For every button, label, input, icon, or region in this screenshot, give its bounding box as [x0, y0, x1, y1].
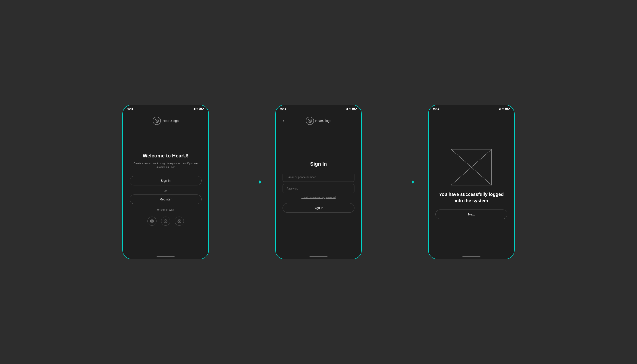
welcome-title: Welcome to HearU! — [143, 153, 188, 159]
logo-area-2: HearU logo — [306, 117, 332, 125]
screens-container: 9:41 ⊛ — [122, 105, 514, 259]
next-button[interactable]: Next — [436, 210, 507, 219]
email-input[interactable] — [282, 173, 354, 182]
or-text-1: or — [164, 190, 167, 193]
status-icons-1: ⊛ — [193, 108, 204, 110]
battery-icon-3 — [505, 108, 510, 110]
register-button[interactable]: Register — [130, 194, 202, 204]
arrow-1 — [222, 180, 262, 184]
signal-icon-2 — [346, 108, 348, 110]
status-time-1: 9:41 — [128, 107, 133, 110]
home-bar-2 — [310, 256, 328, 256]
logo-text-1: HearU logo — [163, 119, 179, 122]
screen1-content: HearU logo Welcome to HearU! Create a ne… — [123, 112, 208, 254]
arrow-2 — [376, 180, 414, 184]
success-message: You have successfully logged into the sy… — [436, 191, 507, 204]
signin-nav-header: ‹ HearU logo — [282, 117, 354, 125]
wifi-icon-3: ⊛ — [502, 108, 504, 110]
arrow-right-icon-2 — [376, 180, 414, 184]
social-icon-2[interactable] — [161, 216, 170, 226]
logo-area-1: HearU logo — [153, 117, 179, 125]
phone-frame-welcome: 9:41 ⊛ — [122, 105, 209, 259]
social-label: or sign in with — [157, 208, 174, 211]
social-icons-row — [148, 216, 184, 226]
battery-icon-1 — [199, 108, 204, 110]
signin-button-2[interactable]: Sign In — [282, 203, 354, 213]
social-icon-3[interactable] — [175, 216, 184, 226]
success-image-placeholder — [451, 149, 492, 186]
password-input[interactable] — [282, 184, 354, 193]
back-button[interactable]: ‹ — [282, 118, 284, 123]
signin-title: Sign In — [310, 161, 327, 167]
wifi-icon-2: ⊛ — [349, 108, 351, 110]
status-icons-2: ⊛ — [346, 108, 357, 110]
hearu-logo-icon-2 — [306, 117, 314, 125]
status-bar-3: 9:41 ⊛ — [428, 105, 514, 112]
phone-frame-signin: 9:41 ⊛ ‹ — [275, 105, 362, 259]
signal-icon-3 — [499, 108, 501, 110]
forgot-password-link[interactable]: I can't remember my password — [302, 196, 336, 198]
screen2-content: ‹ HearU logo Sign In I can' — [276, 112, 361, 254]
status-time-2: 9:41 — [280, 107, 286, 110]
logo-text-2: HearU logo — [315, 119, 332, 122]
status-bar-2: 9:41 ⊛ — [276, 105, 361, 112]
signin-button-1[interactable]: Sign In — [130, 176, 202, 186]
status-icons-3: ⊛ — [499, 108, 510, 110]
wifi-icon-1: ⊛ — [196, 108, 198, 110]
screen3-content: You have successfully logged into the sy… — [428, 112, 514, 254]
welcome-subtitle: Create a new account or sign in to your … — [130, 162, 202, 169]
status-time-3: 9:41 — [433, 107, 439, 110]
arrow-right-icon-1 — [222, 180, 262, 184]
home-bar-1 — [156, 256, 175, 256]
phone-frame-success: 9:41 ⊛ You have successfully logged into… — [428, 105, 514, 259]
signal-icon-1 — [193, 108, 196, 110]
status-bar-1: 9:41 ⊛ — [123, 105, 208, 112]
battery-icon-2 — [352, 108, 357, 110]
hearu-logo-icon-1 — [153, 117, 161, 125]
home-bar-3 — [462, 256, 480, 256]
social-icon-1[interactable] — [148, 216, 156, 226]
